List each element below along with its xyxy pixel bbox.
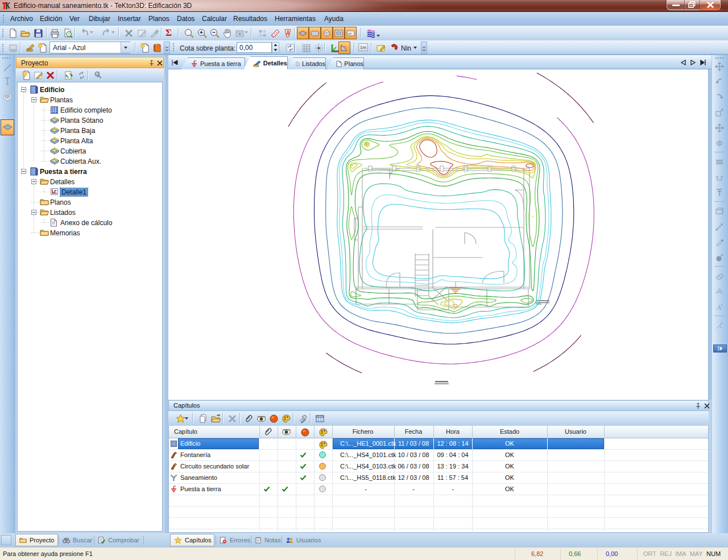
svg-text:txt: txt: [348, 32, 352, 35]
svg-text:A: A: [286, 30, 290, 36]
svg-text:A: A: [716, 303, 721, 312]
